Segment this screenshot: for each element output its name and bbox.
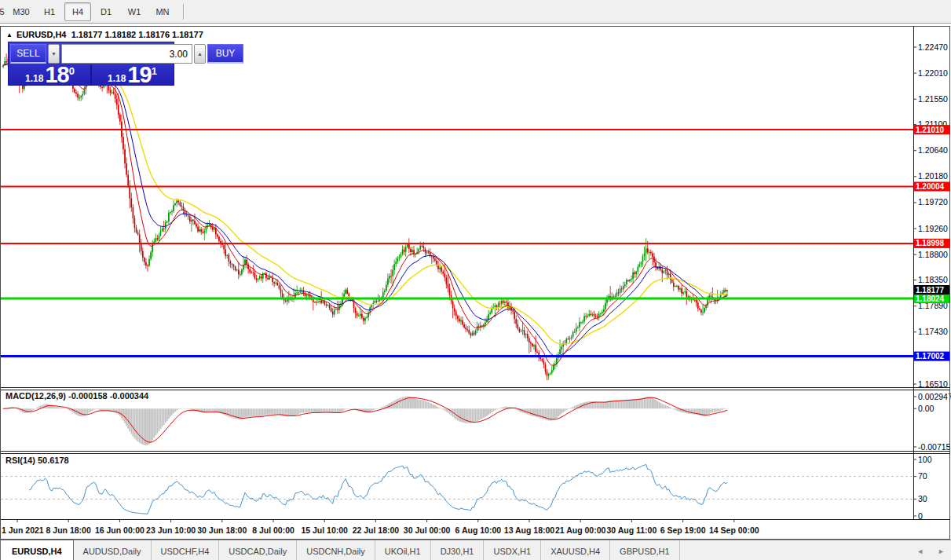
svg-text:1.21550: 1.21550 bbox=[918, 94, 948, 104]
volume-decrease-button[interactable]: ▼ bbox=[48, 44, 60, 64]
tab-scroll-right-icon[interactable]: ► bbox=[938, 547, 945, 555]
svg-text:1.20004: 1.20004 bbox=[916, 182, 945, 191]
svg-text:1.21010: 1.21010 bbox=[916, 126, 945, 134]
svg-text:23 Jun 10:00: 23 Jun 10:00 bbox=[146, 525, 196, 535]
volume-input[interactable] bbox=[61, 44, 192, 64]
timeframe-button-h1[interactable]: H1 bbox=[36, 2, 63, 21]
rsi-indicator-label: RSI(14) 50.6178 bbox=[5, 456, 69, 465]
chart-plot-area[interactable] bbox=[1, 27, 913, 519]
svg-text:1.20180: 1.20180 bbox=[918, 171, 948, 181]
svg-text:1.18177: 1.18177 bbox=[916, 286, 945, 295]
svg-text:0: 0 bbox=[918, 511, 923, 521]
volume-increase-button[interactable]: ▲ bbox=[194, 44, 206, 64]
svg-text:1.22010: 1.22010 bbox=[918, 68, 948, 78]
svg-text:1.18024: 1.18024 bbox=[916, 295, 945, 303]
svg-text:6 Aug 10:00: 6 Aug 10:00 bbox=[455, 525, 502, 535]
svg-text:0.00: 0.00 bbox=[918, 404, 935, 413]
buy-button[interactable]: BUY bbox=[207, 44, 243, 64]
svg-text:8 Jul 00:00: 8 Jul 00:00 bbox=[252, 525, 294, 535]
buy-price-big: 19 bbox=[127, 65, 151, 84]
timeframe-toolbar: 5M30H1H4D1W1MN bbox=[0, 0, 951, 23]
chart-tab-xauusd[interactable]: XAUUSD,H4 bbox=[541, 540, 610, 560]
svg-text:13 Aug 18:00: 13 Aug 18:00 bbox=[504, 525, 555, 535]
chart-tab-dj30[interactable]: DJ30,H1 bbox=[431, 540, 485, 560]
svg-text:1 Jun 2021: 1 Jun 2021 bbox=[2, 525, 44, 535]
chart-tab-usdcad[interactable]: USDCAD,Daily bbox=[219, 540, 297, 560]
timeframe-button-mn[interactable]: MN bbox=[149, 2, 176, 21]
chart-tab-gbpusd[interactable]: GBPUSD,H1 bbox=[610, 540, 680, 560]
chart-tab-ukoil[interactable]: UKOil,H1 bbox=[375, 540, 431, 560]
svg-text:1.17002: 1.17002 bbox=[916, 352, 945, 361]
timeframe-button-w1[interactable]: W1 bbox=[121, 2, 148, 21]
timeframe-button-5[interactable]: 5 bbox=[0, 2, 6, 21]
svg-text:30 Aug 11:00: 30 Aug 11:00 bbox=[606, 525, 657, 535]
svg-text:0.002947: 0.002947 bbox=[918, 392, 951, 401]
svg-text:1.18800: 1.18800 bbox=[918, 250, 948, 259]
buy-price-prefix: 1.18 bbox=[108, 73, 126, 84]
buy-price-pip: 1 bbox=[152, 68, 157, 75]
svg-text:1.19720: 1.19720 bbox=[918, 197, 948, 207]
chart-window: 1.224701.220101.215501.211001.206401.201… bbox=[0, 26, 951, 540]
price-divider bbox=[90, 64, 92, 85]
svg-text:1.18998: 1.18998 bbox=[916, 239, 945, 247]
chart-tab-usdx[interactable]: USDX,H1 bbox=[484, 540, 541, 560]
time-axis: 1 Jun 20218 Jun 18:0016 Jun 00:0023 Jun … bbox=[2, 520, 759, 535]
svg-text:15 Jul 10:00: 15 Jul 10:00 bbox=[301, 525, 348, 535]
chart-tab-audusd[interactable]: AUDUSD,Daily bbox=[74, 540, 152, 560]
sell-price-display[interactable]: 1.18 18 0 bbox=[10, 64, 90, 85]
svg-text:100: 100 bbox=[918, 455, 932, 464]
svg-text:1.19260: 1.19260 bbox=[918, 224, 948, 233]
svg-text:1.17430: 1.17430 bbox=[918, 327, 948, 336]
timeframe-button-d1[interactable]: D1 bbox=[93, 2, 119, 21]
chart-tab-eurusd[interactable]: EURUSD,H4 bbox=[0, 540, 74, 560]
price-axis: 1.224701.220101.215501.211001.206401.201… bbox=[913, 42, 951, 521]
timeframe-button-h4[interactable]: H4 bbox=[64, 2, 91, 21]
chart-tab-usdcnh[interactable]: USDCNH,Daily bbox=[297, 540, 375, 560]
svg-text:30: 30 bbox=[918, 494, 927, 503]
collapse-triangle-icon[interactable]: ▲ bbox=[6, 31, 13, 38]
sell-price-pip: 0 bbox=[69, 68, 75, 75]
svg-text:-0.007151: -0.007151 bbox=[918, 442, 951, 452]
sell-button[interactable]: SELL bbox=[10, 44, 46, 64]
svg-text:6 Sep 19:00: 6 Sep 19:00 bbox=[660, 525, 706, 535]
svg-text:1.18350: 1.18350 bbox=[918, 275, 948, 284]
toolbar-group-separator bbox=[183, 4, 185, 20]
svg-text:22 Jul 18:00: 22 Jul 18:00 bbox=[353, 525, 400, 535]
svg-text:1.20640: 1.20640 bbox=[918, 145, 948, 155]
chart-canvas[interactable]: 1.224701.220101.215501.211001.206401.201… bbox=[0, 26, 951, 540]
chart-tab-usdchf[interactable]: USDCHF,H4 bbox=[152, 540, 220, 560]
svg-text:8 Jun 18:00: 8 Jun 18:00 bbox=[46, 525, 91, 535]
svg-text:16 Jun 00:00: 16 Jun 00:00 bbox=[95, 525, 144, 535]
sell-price-prefix: 1.18 bbox=[25, 73, 43, 84]
chart-ohlc-values: 1.18177 1.18182 1.18176 1.18177 bbox=[71, 30, 203, 39]
chart-tab-bar: EURUSD,H4AUDUSD,DailyUSDCHF,H4USDCAD,Dai… bbox=[0, 540, 951, 560]
sell-price-big: 18 bbox=[45, 65, 68, 84]
svg-text:1.16510: 1.16510 bbox=[918, 379, 948, 389]
tab-scroll-nav: ◄ ► bbox=[916, 540, 945, 560]
buy-price-display[interactable]: 1.18 19 1 bbox=[93, 64, 172, 85]
svg-text:30 Jul 00:00: 30 Jul 00:00 bbox=[404, 525, 451, 535]
one-click-trading-panel: SELL ▼ ▲ BUY 1.18 18 0 1.18 19 1 bbox=[8, 42, 174, 86]
macd-indicator-label: MACD(12,26,9) -0.000158 -0.000344 bbox=[5, 391, 148, 401]
svg-text:30 Jun 18:00: 30 Jun 18:00 bbox=[197, 525, 247, 535]
svg-text:70: 70 bbox=[918, 471, 927, 481]
chart-symbol-title: EURUSD,H4 bbox=[16, 30, 67, 39]
svg-text:1.22470: 1.22470 bbox=[918, 42, 948, 52]
svg-text:21 Aug 00:00: 21 Aug 00:00 bbox=[555, 525, 606, 535]
chart-header: ▲EURUSD,H4 1.18177 1.18182 1.18176 1.181… bbox=[6, 30, 203, 39]
timeframe-button-m30[interactable]: M30 bbox=[8, 2, 35, 21]
svg-text:14 Sep 00:00: 14 Sep 00:00 bbox=[709, 525, 759, 535]
tab-scroll-left-icon[interactable]: ◄ bbox=[916, 547, 924, 555]
